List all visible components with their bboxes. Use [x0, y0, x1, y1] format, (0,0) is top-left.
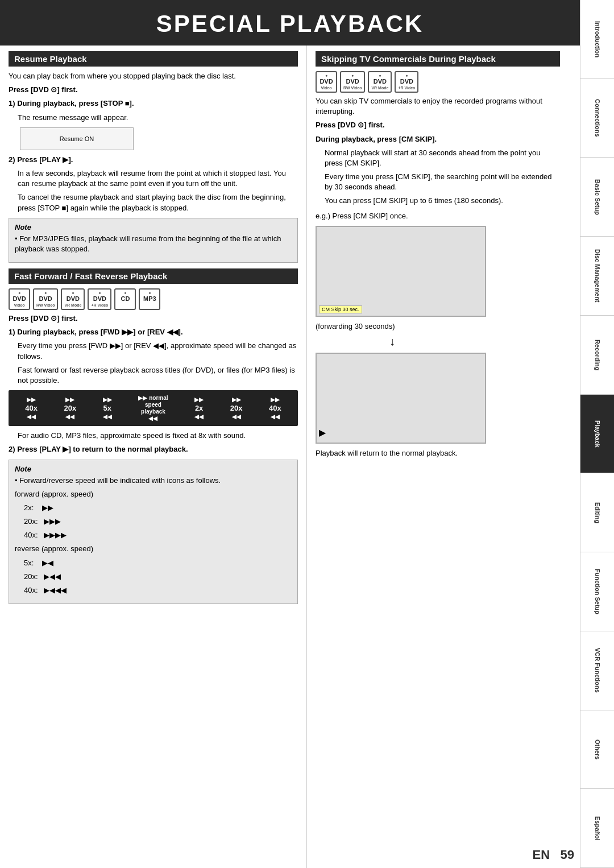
skip-step1-detail3: You can press [CM SKIP] up to 6 times (1… — [316, 196, 560, 206]
skipping-disc-icons: ● DVD Video ● DVD RW Video ● DVD VR Mode… — [316, 71, 560, 93]
skip-step1-header: Press [DVD ⊙] first. — [316, 120, 560, 130]
sidebar-item-disc-management[interactable]: Disc Management — [580, 237, 614, 316]
disc-badge-cd: ● CD — [114, 288, 136, 310]
sidebar-item-others[interactable]: Others — [580, 710, 614, 790]
disc-badge-dvd-vr: ● DVD VR Mode — [61, 288, 85, 310]
ff-note-reverse-label: reverse (approx. speed) — [15, 544, 292, 554]
cm-skip-screen2: ▶ — [316, 353, 486, 444]
ff-note-40x: 40x: ▶▶▶▶ — [15, 530, 292, 540]
resume-step2-detail1: In a few seconds, playback will resume f… — [9, 168, 298, 189]
page-header: SPECIAL PLAYBACK — [0, 0, 580, 46]
speed-normal-center: ▶▶ normal speed playback ◀◀ — [138, 395, 168, 421]
cm-skip-screen1: CM Skip 30 sec. — [316, 226, 486, 317]
sidebar-item-basic-setup[interactable]: Basic Setup — [580, 158, 614, 237]
ff-note-title: Note — [15, 465, 292, 473]
main-content: Resume Playback You can play back from w… — [0, 46, 580, 868]
speed-40x-fwd: ▶▶ 40x ◀◀ — [25, 396, 38, 420]
resume-step1-detail: The resume message will appear. — [9, 113, 298, 123]
ff-note-40x-rev: 40x: ▶◀◀◀ — [15, 585, 292, 596]
left-column: Resume Playback You can play back from w… — [0, 46, 307, 868]
sidebar-item-vcr-functions[interactable]: VCR Functions — [580, 631, 614, 710]
sidebar-item-recording[interactable]: Recording — [580, 316, 614, 395]
ff-note-20x-rev: 20x: ▶◀◀ — [15, 572, 292, 582]
forwarding-text: (forwarding 30 seconds) — [316, 321, 560, 332]
resume-intro: You can play back from where you stopped… — [9, 71, 298, 81]
disc-badge-dvd-rw-video: ● DVD RW Video — [33, 288, 58, 310]
resume-step1-sub: 1) During playback, press [STOP ■]. — [9, 98, 298, 109]
resume-step2-detail2: To cancel the resume playback and start … — [9, 192, 298, 213]
right-sidebar: Introduction Connections Basic Setup Dis… — [580, 0, 614, 868]
speed-2x-rev: ▶▶ 2x ◀◀ — [194, 396, 204, 420]
resume-note-text: • For MP3/JPEG files, playback will resu… — [15, 234, 292, 254]
sidebar-item-editing[interactable]: Editing — [580, 473, 614, 552]
speed-40x-rev: ▶▶ 40x ◀◀ — [269, 396, 281, 420]
ff-note-box: Note • Forward/reverse speed will be ind… — [9, 460, 298, 605]
resume-on-box: Resume ON — [20, 127, 134, 150]
ff-note-forward-label: forward (approx. speed) — [15, 489, 292, 499]
resume-note-title: Note — [15, 223, 292, 232]
skip-intro: You can skip TV commercials to enjoy the… — [316, 96, 560, 117]
skip-result-text: Playback will return to the normal playb… — [316, 448, 560, 458]
speed-20x-fwd: ▶▶ 20x ◀◀ — [64, 396, 77, 420]
ff-step1-detail3: For audio CD, MP3 files, approximate spe… — [9, 431, 298, 441]
fast-forward-header: Fast Forward / Fast Reverse Playback — [9, 268, 298, 284]
right-column: Skipping TV Commercials During Playback … — [307, 46, 569, 868]
fast-forward-disc-icons: ● DVD Video ● DVD RW Video ● DVD VR Mode… — [9, 288, 298, 310]
sidebar-item-introduction[interactable]: Introduction — [580, 0, 614, 79]
sidebar-item-playback[interactable]: Playback — [580, 395, 614, 474]
skip-example: e.g.) Press [CM SKIP] once. — [316, 211, 560, 221]
resume-step2-header: 2) Press [PLAY ▶]. — [9, 155, 298, 165]
ff-note-20x: 20x: ▶▶▶ — [15, 516, 292, 527]
skip-step1-sub: During playback, press [CM SKIP]. — [316, 134, 560, 144]
sidebar-item-function-setup[interactable]: Function Setup — [580, 552, 614, 631]
skipping-header: Skipping TV Commercials During Playback — [316, 51, 560, 67]
skip-disc-dvd-vr: ● DVD VR Mode — [368, 71, 392, 93]
speed-5x: ▶▶ 5x ◀◀ — [103, 396, 112, 420]
play-arrow-icon: ▶ — [319, 427, 326, 438]
ff-note-5x-rev: 5x: ▶◀ — [15, 558, 292, 568]
page-number: EN 59 — [533, 848, 574, 862]
resume-playback-header: Resume Playback — [9, 51, 298, 67]
skip-step1-detail1: Normal playback will start at 30 seconds… — [316, 148, 560, 168]
ff-step2: 2) Press [PLAY ▶] to return to the norma… — [9, 444, 298, 454]
skip-disc-dvd-rw: ● DVD RW Video — [340, 71, 365, 93]
skip-disc-dvd-rw2: ● DVD +R Video — [395, 71, 418, 93]
ff-step1-detail2: Fast forward or fast reverse playback ac… — [9, 365, 298, 386]
ff-note-2x: 2x: ▶▶ — [15, 503, 292, 513]
resume-step1-header: Press [DVD ⊙] first. — [9, 85, 298, 95]
disc-badge-dvd-video: ● DVD Video — [9, 288, 30, 310]
sidebar-item-connections[interactable]: Connections — [580, 79, 614, 158]
ff-step1-header: Press [DVD ⊙] first. — [9, 313, 298, 324]
ff-step1-detail1: Every time you press [FWD ▶▶] or [REV ◀◀… — [9, 341, 298, 361]
ff-note-line0: • Forward/reverse speed will be indicate… — [15, 476, 292, 486]
down-arrow-icon: ↓ — [389, 335, 560, 348]
sidebar-item-espanol[interactable]: Español — [580, 789, 614, 868]
cm-skip-label: CM Skip 30 sec. — [319, 305, 362, 313]
skip-disc-dvd-video: ● DVD Video — [316, 71, 337, 93]
page-title: SPECIAL PLAYBACK — [0, 10, 580, 38]
skip-step1-detail2: Every time you press [CM SKIP], the sear… — [316, 172, 560, 192]
resume-note-box: Note • For MP3/JPEG files, playback will… — [9, 218, 298, 263]
speed-diagram: ▶▶ 40x ◀◀ ▶▶ 20x ◀◀ ▶▶ 5x ◀◀ ▶▶ normal s… — [9, 390, 298, 426]
disc-badge-mp3: ● MP3 — [139, 288, 160, 310]
disc-badge-dvd-rw-video2: ● DVD +R Video — [88, 288, 111, 310]
speed-20x-rev: ▶▶ 20x ◀◀ — [230, 396, 243, 420]
ff-step1-sub: 1) During playback, press [FWD ▶▶] or [R… — [9, 327, 298, 337]
